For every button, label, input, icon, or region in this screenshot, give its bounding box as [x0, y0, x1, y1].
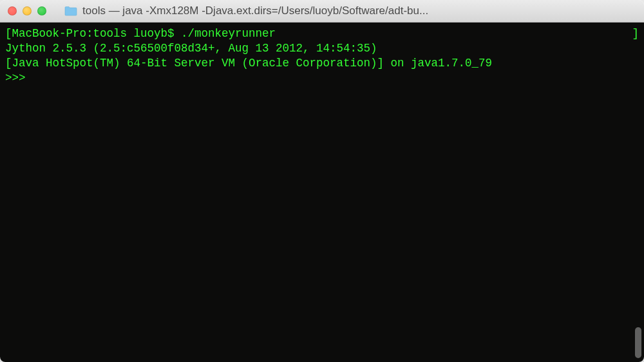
- terminal-line-3: [Java HotSpot(TM) 64-Bit Server VM (Orac…: [5, 56, 639, 71]
- terminal-area[interactable]: [MacBook-Pro:tools luoyb$ ./monkeyrunner…: [0, 23, 644, 362]
- close-button[interactable]: [8, 6, 17, 15]
- prompt-host: MacBook-Pro:tools luoyb$: [12, 27, 182, 40]
- scrollbar-thumb[interactable]: [635, 327, 641, 358]
- titlebar[interactable]: tools — java -Xmx128M -Djava.ext.dirs=/U…: [0, 0, 644, 23]
- traffic-lights: [8, 6, 46, 15]
- terminal-line-2: Jython 2.5.3 (2.5:c56500f08d34+, Aug 13 …: [5, 41, 639, 56]
- maximize-button[interactable]: [37, 6, 46, 15]
- folder-icon: [64, 6, 77, 16]
- prompt-command: ./monkeyrunner: [181, 27, 276, 40]
- terminal-line-1: [MacBook-Pro:tools luoyb$ ./monkeyrunner…: [5, 26, 639, 41]
- terminal-line-4: >>>: [5, 71, 639, 86]
- prompt-open-bracket: [: [5, 27, 12, 40]
- window-title: tools — java -Xmx128M -Djava.ext.dirs=/U…: [82, 5, 428, 17]
- title-content: tools — java -Xmx128M -Djava.ext.dirs=/U…: [64, 5, 636, 17]
- minimize-button[interactable]: [23, 6, 32, 15]
- terminal-window: tools — java -Xmx128M -Djava.ext.dirs=/U…: [0, 0, 644, 362]
- prompt-close-bracket: ]: [632, 26, 639, 41]
